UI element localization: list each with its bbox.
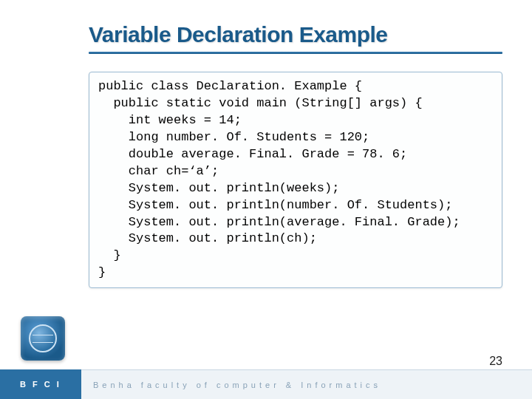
code-text: public class Declaration. Example { publ… xyxy=(98,78,493,282)
page-number: 23 xyxy=(489,355,502,368)
footer: B F C I Benha faculty of computer & Info… xyxy=(0,369,532,399)
globe-icon xyxy=(29,324,57,352)
code-block: public class Declaration. Example { publ… xyxy=(89,72,502,288)
slide-title: Variable Declaration Example xyxy=(89,22,502,47)
slide: Variable Declaration Example public clas… xyxy=(0,0,532,399)
title-divider xyxy=(89,52,502,54)
footer-institution: Benha faculty of computer & Informatics xyxy=(81,369,532,399)
footer-acronym: B F C I xyxy=(0,369,81,399)
logo-badge xyxy=(21,316,65,361)
